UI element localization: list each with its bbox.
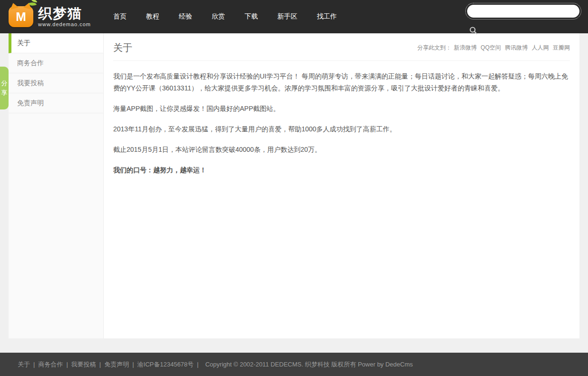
footer-link-about[interactable]: 关于 [18,360,30,369]
sidebar: 关于 商务合作 我要投稿 免责声明 [9,33,104,338]
share-bar: 分享此文到：新浪微博 QQ空间 腾讯微博 人人网 豆瓣网 [417,44,570,52]
share-side-tab[interactable]: 分享 [0,67,9,109]
leaf-icon [28,1,37,8]
nav-item-jobs[interactable]: 找工作 [317,12,337,21]
search-input[interactable] [467,5,579,18]
main-nav: 首页 教程 经验 欣赏 下载 新手区 找工作 [113,12,356,21]
sidebar-item-about[interactable]: 关于 [9,33,103,53]
article-body: 我们是一个发布高质量设计教程和分享设计经验的UI学习平台！ 每周的萌芽专访，带来… [113,70,570,176]
content-wrapper: 关于 商务合作 我要投稿 免责声明 关于 分享此文到：新浪微博 QQ空间 腾讯微… [9,33,579,338]
share-link-douban[interactable]: 豆瓣网 [553,44,570,51]
search-icon [469,26,478,35]
share-link-qq-zone[interactable]: QQ空间 [480,44,501,51]
footer-separator: | [132,361,134,368]
cat-logo-icon: M [9,6,33,27]
slogan-text: 我们的口号：越努力，越幸运！ [113,164,570,176]
footer-link-submit[interactable]: 我要投稿 [71,360,96,369]
share-bar-prefix: 分享此文到： [417,44,451,51]
footer-separator: | [33,361,35,368]
nav-item-download[interactable]: 下载 [245,12,258,21]
search-button[interactable] [469,26,478,35]
share-link-sina-weibo[interactable]: 新浪微博 [454,44,477,51]
paragraph-screenshots: 海量APP截图，让你灵感爆发！国内最好的APP截图站。 [113,103,570,115]
footer-separator: | [66,361,68,368]
main-content: 关于 分享此文到：新浪微博 QQ空间 腾讯微博 人人网 豆瓣网 我们是一个发布高… [104,33,579,338]
sidebar-item-disclaimer[interactable]: 免责声明 [9,93,103,113]
logo-letter: M [16,10,26,23]
page: M 织梦猫 www.dedemao.com 首页 教程 经验 欣赏 下载 新手区… [0,0,588,376]
nav-item-newbie[interactable]: 新手区 [277,12,297,21]
content-header: 关于 分享此文到：新浪微博 QQ空间 腾讯微博 人人网 豆瓣网 [113,33,570,61]
sidebar-item-submit[interactable]: 我要投稿 [9,73,103,93]
footer-separator: | [99,361,101,368]
paragraph-intro: 我们是一个发布高质量设计教程和分享设计经验的UI学习平台！ 每周的萌芽专访，带来… [113,70,570,94]
footer-copyright: Copyright © 2002-2011 DEDECMS. 织梦科技 版权所有… [205,360,412,369]
paragraph-stats: 截止2015月5月1日，本站评论留言数突破40000条，用户数达到20万。 [113,144,570,156]
site-url: www.dedemao.com [38,21,91,27]
nav-item-experience[interactable]: 经验 [179,12,192,21]
site-name: 织梦猫 [38,6,91,20]
page-title: 关于 [113,41,132,54]
header: M 织梦猫 www.dedemao.com 首页 教程 经验 欣赏 下载 新手区… [0,0,588,33]
sidebar-item-business[interactable]: 商务合作 [9,53,103,73]
logo-text: 织梦猫 www.dedemao.com [38,6,91,27]
footer-link-disclaimer[interactable]: 免责声明 [104,360,129,369]
search-area [467,5,579,18]
share-link-tencent-weibo[interactable]: 腾讯微博 [505,44,528,51]
footer-separator: | [197,361,198,368]
footer-link-business[interactable]: 商务合作 [38,360,63,369]
nav-item-tutorials[interactable]: 教程 [146,12,159,21]
site-logo[interactable]: M 织梦猫 www.dedemao.com [9,6,100,27]
footer-icp: 渝ICP备12345678号 [137,360,194,369]
nav-item-appreciation[interactable]: 欣赏 [212,12,225,21]
share-link-renren[interactable]: 人人网 [532,44,549,51]
header-inner: M 织梦猫 www.dedemao.com 首页 教程 经验 欣赏 下载 新手区… [9,0,579,33]
paragraph-founded: 2013年11月创办，至今发展迅猛，得到了大量用户的喜爱，帮助1000多人成功找… [113,123,570,135]
nav-item-home[interactable]: 首页 [113,12,127,21]
footer: 关于 | 商务合作 | 我要投稿 | 免责声明 | 渝ICP备12345678号… [0,353,588,376]
